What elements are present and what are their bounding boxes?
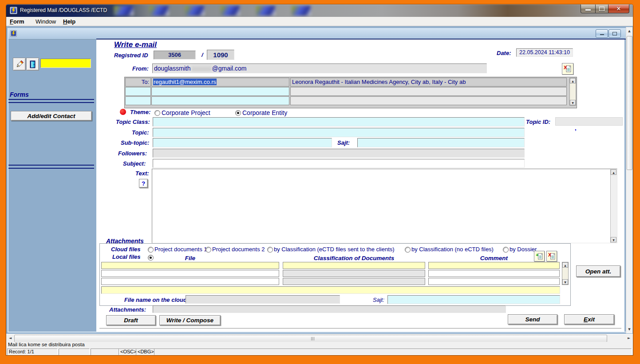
topic-id-mark: , <box>575 125 577 131</box>
scroll-down-button[interactable]: ▼ <box>570 100 576 105</box>
radio-by-classification-no-ectd[interactable] <box>405 247 411 253</box>
attachment-file-cell[interactable] <box>101 278 279 285</box>
file-name-cloud-field[interactable] <box>186 295 340 304</box>
recipient-name-field[interactable]: Leonora Regauthit - Italian Medicines Ag… <box>290 78 567 87</box>
message-text-area[interactable]: ▲ ▼ <box>152 169 617 243</box>
radio-project-documents-2-label[interactable]: Project documents 2 <box>212 246 265 253</box>
svg-text:+: + <box>535 252 538 257</box>
radio-project-documents-1[interactable] <box>148 247 154 253</box>
child-window-titlebar[interactable] <box>8 28 626 40</box>
add-attachment-button[interactable]: + <box>534 251 545 261</box>
scroll-down-button[interactable]: ▼ <box>611 237 616 242</box>
delete-attachment-button[interactable]: X <box>546 251 557 261</box>
scroll-right-button[interactable]: ► <box>625 335 632 341</box>
radio-project-documents-2[interactable] <box>205 247 211 253</box>
radio-corporate-project[interactable] <box>154 110 160 116</box>
quick-search-field[interactable] <box>40 59 91 68</box>
attachments-summary-field[interactable] <box>153 305 506 313</box>
registred-id-label: Registred ID <box>114 52 148 59</box>
draft-button[interactable]: Draft <box>106 315 156 325</box>
followers-field[interactable] <box>153 149 525 158</box>
horizontal-scrollbar[interactable]: ◄ ► <box>6 334 633 342</box>
titlebar-glass-artifact <box>256 6 276 16</box>
radio-by-classification-no-ectd-label[interactable]: by Classification (no eCTD files) <box>411 246 494 253</box>
open-attachment-button[interactable]: Open att. <box>576 265 620 277</box>
radio-project-documents-1-label[interactable]: Project documents 1u <box>154 246 210 253</box>
attachment-file-cell[interactable] <box>101 270 279 277</box>
attachment-file-cell[interactable] <box>101 262 279 269</box>
radio-by-classification-ectd[interactable] <box>267 247 273 253</box>
attachment-classification-cell[interactable] <box>283 270 425 277</box>
attachment-path-strip[interactable] <box>101 286 560 294</box>
close-button[interactable]: ✕ <box>608 4 629 13</box>
status-bar: Record: 1/1 <OSC> <DBG> <box>6 348 633 355</box>
topic-field[interactable] <box>153 128 525 137</box>
scroll-up-button[interactable]: ▲ <box>627 28 632 34</box>
clear-recipients-button[interactable]: X <box>562 63 573 75</box>
radio-corporate-entity-label[interactable]: Corporate Entity <box>242 109 287 116</box>
from-field[interactable]: douglassmith@gmail.com <box>152 63 487 73</box>
attachments-scrollbar[interactable]: ▲ ▼ <box>562 262 569 285</box>
vertical-scrollbar-thumb[interactable] <box>627 36 632 170</box>
radio-by-dossier[interactable] <box>503 247 509 253</box>
vertical-scrollbar[interactable]: ▲ ▼ <box>626 27 632 333</box>
id-separator: / <box>201 51 203 58</box>
scroll-left-button[interactable]: ◄ <box>7 335 14 341</box>
attachment-comment-cell[interactable] <box>428 262 560 269</box>
cloud-sajt-field[interactable] <box>387 295 560 304</box>
sajt-field[interactable] <box>357 138 525 147</box>
topic-id-field[interactable] <box>555 117 623 126</box>
menu-help[interactable]: Help <box>61 18 77 25</box>
child-minimize-button[interactable] <box>596 29 608 38</box>
redacted-text <box>191 65 212 71</box>
clear-form-button[interactable] <box>13 58 26 71</box>
to-row-label-cell <box>125 87 151 96</box>
scroll-up-button[interactable]: ▲ <box>570 78 576 83</box>
attachment-comment-cell[interactable] <box>428 270 560 277</box>
radio-by-classification-ectd-label[interactable]: by Classification (eCTD files sent to th… <box>274 246 395 253</box>
radio-by-dossier-label[interactable]: by Dossier <box>510 246 537 253</box>
recipient-email-field[interactable] <box>151 96 289 105</box>
text-area-scrollbar[interactable]: ▲ ▼ <box>610 169 617 243</box>
send-button[interactable]: Send <box>508 314 557 324</box>
add-edit-contact-button[interactable]: Add/edit Contact <box>11 111 92 121</box>
recipient-email-field[interactable] <box>151 87 289 96</box>
exit-rest: xit <box>588 316 595 323</box>
dbg-indicator: <DBG> <box>136 348 154 355</box>
topic-class-label: Topic Class: <box>116 119 150 125</box>
sub-topic-field[interactable] <box>153 138 332 147</box>
menu-window[interactable]: Window <box>34 18 58 25</box>
maximize-button[interactable] <box>596 4 608 13</box>
topic-class-field[interactable] <box>153 117 525 127</box>
child-window-icon[interactable] <box>10 30 17 37</box>
attachment-comment-cell[interactable] <box>428 278 560 285</box>
radio-corporate-entity[interactable] <box>235 110 241 116</box>
menu-form[interactable]: Form <box>8 18 26 25</box>
write-compose-button[interactable]: Write / Compose <box>159 315 221 325</box>
child-restore-button[interactable] <box>608 29 621 38</box>
attachment-classification-cell[interactable] <box>283 262 425 269</box>
from-value-prefix: douglassmith <box>154 65 191 72</box>
attachment-classification-cell[interactable] <box>283 278 425 285</box>
scroll-up-button[interactable]: ▲ <box>611 170 616 175</box>
text-help-button[interactable]: ? <box>139 179 148 188</box>
exit-button[interactable]: Exit <box>564 314 614 324</box>
write-email-form: Write e-mail Registred ID 3506 / 1090 Da… <box>96 40 624 332</box>
horizontal-scrollbar-thumb[interactable] <box>14 335 607 342</box>
scroll-down-button[interactable]: ▼ <box>562 279 568 285</box>
recipient-email-field[interactable]: regauthit1@mexim.co.rs <box>151 78 289 87</box>
svg-text:X: X <box>548 253 551 257</box>
recipients-scrollbar[interactable]: ▲ ▼ <box>569 78 576 106</box>
recipient-name-field[interactable] <box>290 96 567 105</box>
recipient-name-field[interactable] <box>290 87 567 96</box>
window-titlebar[interactable]: Registered Mail /DOUGLASS /ECTD ✕ <box>6 4 633 17</box>
registred-id-field[interactable]: 3506 <box>154 51 196 59</box>
subject-field[interactable] <box>153 159 525 168</box>
scroll-down-button[interactable]: ▼ <box>627 326 632 332</box>
mail-id-field[interactable]: 1090 <box>207 50 234 60</box>
exit-form-button[interactable] <box>26 58 39 71</box>
scroll-up-button[interactable]: ▲ <box>562 262 568 268</box>
date-field[interactable]: 22.05.2024 11:43:10 <box>516 48 573 57</box>
radio-corporate-project-label[interactable]: Corporate Project <box>162 109 210 116</box>
minimize-button[interactable] <box>581 4 596 13</box>
